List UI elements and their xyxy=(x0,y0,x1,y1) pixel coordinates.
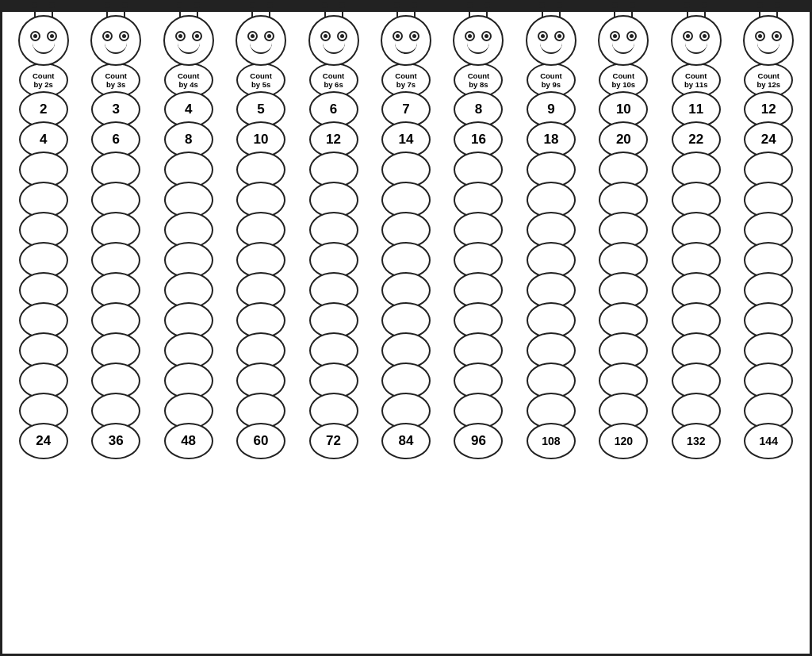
antenna-icon xyxy=(757,2,763,17)
caterpillar-head-5 xyxy=(308,15,359,66)
smile-icon xyxy=(178,43,200,54)
eye-icon xyxy=(683,31,693,41)
antenna-icon xyxy=(394,2,400,17)
worksheet-page: Countby 2s2424Countby 3s3636Countby 4s48… xyxy=(0,0,812,656)
smile-icon xyxy=(323,43,345,54)
caterpillar-head-7 xyxy=(453,15,504,66)
antenna-icon xyxy=(557,2,562,17)
caterpillar-head-11 xyxy=(743,15,794,66)
eye-icon xyxy=(554,31,565,41)
caterpillar-9: Countby 10s1020120 xyxy=(591,15,656,453)
antenna-icon xyxy=(339,2,345,17)
segment-10-12: 132 xyxy=(672,423,721,459)
caterpillar-10: Countby 11s1122132 xyxy=(664,15,729,453)
segment-3-12: 48 xyxy=(164,423,213,459)
eye-icon xyxy=(626,31,637,41)
antenna-icon xyxy=(322,2,327,17)
caterpillar-7: Countby 8s81696 xyxy=(446,15,511,453)
eye-icon xyxy=(337,31,347,41)
smile-icon xyxy=(250,43,272,54)
antenna-icon xyxy=(122,2,128,17)
caterpillar-head-1 xyxy=(18,15,69,66)
antenna-icon xyxy=(267,2,273,17)
antenna-icon xyxy=(684,2,690,17)
antenna-icon xyxy=(485,2,490,17)
caterpillar-head-9 xyxy=(598,15,649,66)
caterpillar-head-8 xyxy=(526,15,576,66)
antenna-icon xyxy=(630,2,635,17)
segment-7-12: 96 xyxy=(454,423,503,459)
eye-icon xyxy=(610,31,620,41)
smile-icon xyxy=(757,43,779,54)
eye-icon xyxy=(772,31,782,41)
eye-icon xyxy=(409,31,419,41)
eye-icon xyxy=(247,31,258,41)
eye-icon xyxy=(264,31,274,41)
caterpillar-head-6 xyxy=(381,15,431,66)
smile-icon xyxy=(540,43,562,54)
segment-4-12: 60 xyxy=(236,423,285,459)
eye-icon xyxy=(102,31,113,41)
eye-icon xyxy=(175,31,186,41)
caterpillar-head-3 xyxy=(163,15,214,66)
antenna-icon xyxy=(194,2,200,17)
smile-icon xyxy=(467,43,489,54)
segment-9-12: 120 xyxy=(599,423,648,459)
smile-icon xyxy=(395,43,417,54)
antenna-icon xyxy=(177,2,182,17)
eye-icon xyxy=(320,31,331,41)
caterpillar-3: Countby 4s4848 xyxy=(156,15,221,453)
antenna-icon xyxy=(49,2,55,17)
eye-icon xyxy=(192,31,202,41)
caterpillar-5: Countby 6s61272 xyxy=(301,15,366,453)
caterpillar-head-4 xyxy=(236,15,286,66)
caterpillar-11: Countby 12s1224144 xyxy=(736,15,801,453)
segment-5-12: 72 xyxy=(309,423,358,459)
eye-icon xyxy=(755,31,765,41)
smile-icon xyxy=(33,43,55,54)
segment-2-12: 36 xyxy=(91,423,140,459)
smile-icon xyxy=(685,43,707,54)
eye-icon xyxy=(699,31,710,41)
segment-6-12: 84 xyxy=(381,423,431,459)
smile-icon xyxy=(105,43,127,54)
eye-icon xyxy=(30,31,40,41)
eye-icon xyxy=(393,31,403,41)
antenna-icon xyxy=(702,2,707,17)
eye-icon xyxy=(47,31,57,41)
caterpillar-6: Countby 7s71484 xyxy=(373,15,439,453)
eye-icon xyxy=(119,31,129,41)
segment-8-12: 108 xyxy=(527,423,576,459)
caterpillar-4: Countby 5s51060 xyxy=(228,15,293,453)
antenna-icon xyxy=(32,2,37,17)
antenna-icon xyxy=(612,2,618,17)
caterpillars-container: Countby 2s2424Countby 3s3636Countby 4s48… xyxy=(2,12,810,654)
antenna-icon xyxy=(467,2,473,17)
segment-11-12: 144 xyxy=(744,423,793,459)
antenna-icon xyxy=(539,2,545,17)
caterpillar-2: Countby 3s3636 xyxy=(83,15,148,453)
caterpillar-1: Countby 2s2424 xyxy=(11,15,76,453)
eye-icon xyxy=(465,31,475,41)
antenna-icon xyxy=(412,2,417,17)
smile-icon xyxy=(612,43,634,54)
caterpillar-head-10 xyxy=(671,15,722,66)
antenna-icon xyxy=(775,2,780,17)
caterpillar-8: Countby 9s918108 xyxy=(519,15,584,453)
caterpillar-head-2 xyxy=(90,15,141,66)
antenna-icon xyxy=(105,2,110,17)
eye-icon xyxy=(481,31,492,41)
segment-1-12: 24 xyxy=(19,423,68,459)
antenna-icon xyxy=(250,2,255,17)
eye-icon xyxy=(538,31,548,41)
